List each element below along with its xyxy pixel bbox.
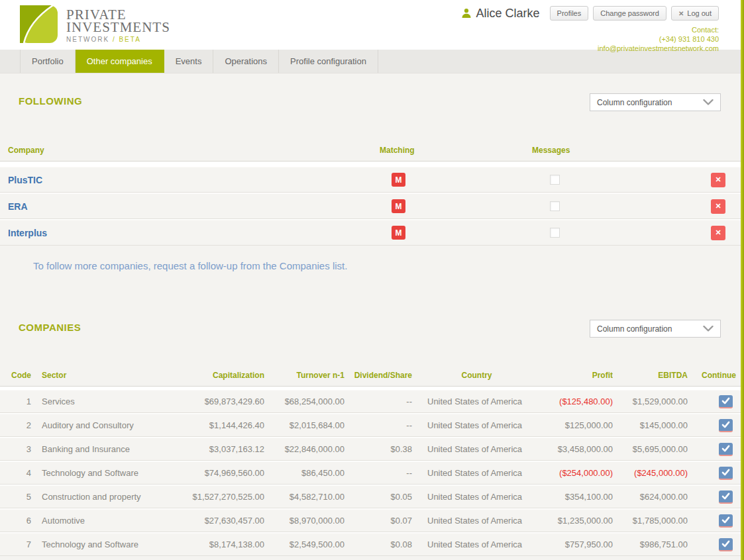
cell-capitalization: $1,527,270,525.00 <box>159 492 264 502</box>
page: PRIVATE INVESTMENTS NETWORK / BETA Alice… <box>0 0 744 560</box>
tab-events[interactable]: Events <box>164 50 214 73</box>
column-configuration-select[interactable]: Column configuration <box>590 320 721 338</box>
following-header-messages: Messages <box>532 146 744 155</box>
contact-phone: (+34) 931 810 430 <box>461 34 719 44</box>
column-configuration-select[interactable]: Column configuration <box>590 93 721 111</box>
cell-country: United States of America <box>412 444 541 454</box>
cell-code: 2 <box>0 420 31 430</box>
checkmark-icon <box>721 540 730 547</box>
cell-ebitda: $1,785,000.00 <box>613 516 688 526</box>
cell-code: 7 <box>0 539 31 549</box>
continue-checkbox[interactable] <box>719 514 733 528</box>
cell-ebitda: $986,751.00 <box>613 539 688 549</box>
matching-cell: M <box>380 199 532 213</box>
cell-ebitda: $145,000.00 <box>613 420 688 430</box>
tab-other-companies[interactable]: Other companies <box>76 50 164 73</box>
following-header-matching: Matching <box>380 146 532 155</box>
company-name-link[interactable]: ERA <box>0 201 28 212</box>
following-section-head: FOLLOWING Column configuration <box>19 73 721 119</box>
cell-code: 4 <box>0 468 31 478</box>
logout-x-icon: ✕ <box>678 10 684 17</box>
matching-badge[interactable]: M <box>392 173 405 187</box>
chevron-down-icon <box>703 326 714 332</box>
logo-leaf-icon <box>20 5 58 43</box>
cell-country: United States of America <box>412 492 541 502</box>
logo-text: PRIVATE INVESTMENTS NETWORK / BETA <box>66 5 170 43</box>
cell-code: 5 <box>0 492 31 502</box>
cell-profit: ($125,480.00) <box>541 397 613 406</box>
cell-dividend_share: -- <box>345 397 412 406</box>
following-row-era: ERAM✕ <box>0 193 744 219</box>
continue-checkbox[interactable] <box>719 443 733 456</box>
cell-continue <box>688 443 744 456</box>
remove-company-button[interactable]: ✕ <box>711 226 725 240</box>
company-name-link[interactable]: PlusTIC <box>0 175 42 185</box>
cell-country: United States of America <box>412 468 541 478</box>
following-row-plustic: PlusTICM✕ <box>0 167 744 193</box>
continue-checkbox[interactable] <box>719 419 733 432</box>
follow-more-note: To follow more companies, request a foll… <box>33 260 744 271</box>
companies-row-4: 4Technology and Software$74,969,560.00$8… <box>0 461 744 485</box>
continue-checkbox[interactable] <box>719 395 733 408</box>
user-name: Alice Clarke <box>476 7 540 21</box>
matching-cell: M <box>380 173 532 187</box>
messages-checkbox[interactable] <box>550 175 560 185</box>
companies-row-1: 1Services$69,873,429.60$68,254,000.00--U… <box>0 390 744 413</box>
companies-row-6: 6Automotive$27,630,457.00$8,970,000.00$0… <box>0 509 744 532</box>
messages-checkbox[interactable] <box>550 228 560 238</box>
cell-capitalization: $1,144,426.40 <box>159 420 264 430</box>
companies-row-2: 2Auditory and Consultory$1,144,426.40$2,… <box>0 414 744 437</box>
user-icon <box>461 8 472 19</box>
profiles-button[interactable]: Profiles <box>550 6 589 21</box>
cell-dividend_share: $0.08 <box>345 539 412 549</box>
remove-company-button[interactable]: ✕ <box>711 199 725 214</box>
cell-dividend_share: $0.05 <box>345 492 412 502</box>
checkmark-icon <box>721 469 730 476</box>
cell-continue <box>688 490 744 504</box>
cell-profit: $3,458,000.00 <box>541 444 613 454</box>
contact-email-link[interactable]: info@privateinvestmentsnetwork.com <box>461 44 719 53</box>
company-cell: Interplus <box>0 227 380 239</box>
following-rows: PlusTICM✕ERAM✕InterplusM✕ <box>0 162 744 246</box>
cell-profit: $757,950.00 <box>541 539 613 549</box>
cell-country: United States of America <box>412 516 541 526</box>
logo-separator: / <box>113 36 116 43</box>
matching-badge[interactable]: M <box>392 199 405 213</box>
cell-profit: $354,100.00 <box>541 492 613 502</box>
checkmark-icon <box>721 492 730 500</box>
checkmark-icon <box>721 421 730 428</box>
checkmark-icon <box>721 516 730 524</box>
continue-checkbox[interactable] <box>719 467 733 480</box>
companies-row-7: 7Technology and Software$8,174,138.00$2,… <box>0 533 744 556</box>
messages-checkbox[interactable] <box>550 201 560 211</box>
header-right: Alice Clarke Profiles Change password ✕ … <box>461 6 719 53</box>
cell-capitalization: $27,630,457.00 <box>159 516 264 526</box>
column-configuration-label: Column configuration <box>597 324 672 334</box>
cell-continue <box>688 538 744 551</box>
company-name-link[interactable]: Interplus <box>0 228 47 238</box>
companies-header-capitalization: Capitalization <box>159 371 264 380</box>
profiles-button-label: Profiles <box>557 9 582 17</box>
continue-checkbox[interactable] <box>719 490 733 504</box>
contact-label: Contact: <box>461 25 719 34</box>
following-header-company: Company <box>0 146 380 155</box>
column-configuration-label: Column configuration <box>597 98 672 107</box>
tab-operations[interactable]: Operations <box>213 50 279 73</box>
cell-capitalization: $74,969,560.00 <box>159 468 264 478</box>
right-accent-bar <box>741 0 744 560</box>
matching-badge[interactable]: M <box>392 226 405 240</box>
remove-company-button[interactable]: ✕ <box>711 173 725 187</box>
cell-sector: Automotive <box>31 516 159 526</box>
cell-continue <box>688 419 744 432</box>
tab-portfolio[interactable]: Portfolio <box>20 50 76 73</box>
cell-ebitda: $5,695,000.00 <box>613 444 688 454</box>
logout-button[interactable]: ✕ Log out <box>671 6 719 21</box>
cell-sector: Construction and property <box>31 492 159 502</box>
continue-checkbox[interactable] <box>719 538 733 551</box>
logo-network: NETWORK <box>66 36 109 43</box>
tab-profile-configuration[interactable]: Profile configuration <box>279 50 378 73</box>
cell-ebitda: $624,000.00 <box>613 492 688 502</box>
cell-turnover_n1: $68,254,000.00 <box>264 397 345 406</box>
cell-sector: Services <box>31 397 159 406</box>
change-password-button[interactable]: Change password <box>593 6 666 21</box>
